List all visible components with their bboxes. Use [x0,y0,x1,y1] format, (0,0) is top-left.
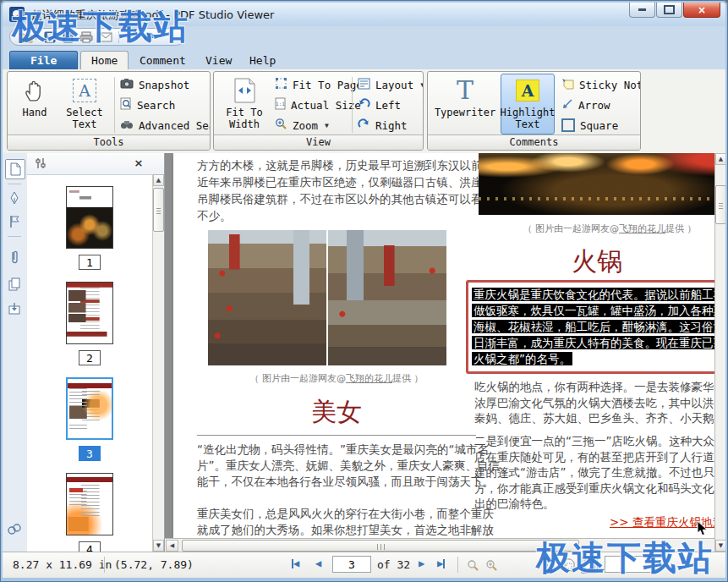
heading-rule [197,435,476,436]
print-icon[interactable] [79,31,93,43]
layout-button[interactable]: Layout ▼ [358,76,424,93]
scrollbar-thumb[interactable] [153,188,164,232]
zoom-out-icon[interactable] [464,557,481,574]
select-text-button[interactable]: A Select Text [58,74,111,135]
thumbnail-page-4[interactable] [66,473,113,535]
doc-text-line: 方，你才能真正感受到重庆火锅文化和码头文化相结合碰 [474,480,714,497]
document-area[interactable]: 方方的木楼，这就是吊脚楼，历史最早可追溯到东汉以前。 近年来吊脚楼已在重庆市区绝… [165,153,714,552]
tab-comment[interactable]: Comment [129,52,196,69]
horizontal-scrollbar[interactable]: ◀ [165,538,714,552]
caption-user-link[interactable]: 飞翔的花儿 [346,373,392,384]
window-title: 超详细的重庆旅游攻略.pdf - PDF Studio Viewer [31,8,274,23]
fit-to-width-button[interactable]: Fit To Width [221,74,268,135]
page-size-label: 8.27 x 11.69 in [13,558,112,571]
doc-text-line: 吊脚楼民俗建筑群，不过在市区以外的其他古镇还可以看到 [197,190,476,207]
next-page-button[interactable]: ▶ [419,557,424,569]
square-button[interactable]: Square [561,117,618,134]
bookmarks-panel-icon[interactable] [5,212,24,231]
building-photo-2 [328,230,446,365]
vertical-scrollbar[interactable]: ▲ ▼ [714,153,725,552]
cursor-coordinates-label: (5.72, 7.89) [114,558,194,571]
scroll-up-arrow[interactable]: ▲ [715,153,725,165]
thumbnail-item-2[interactable]: 2 [27,282,152,365]
actual-size-button[interactable]: 1:1 Actual Size [275,96,361,113]
close-button[interactable]: × [683,3,720,18]
search-button[interactable]: Search [120,96,175,113]
thumbnails-panel-icon[interactable] [5,159,25,179]
last-page-button[interactable]: ▶ [437,557,445,569]
typewriter-button[interactable]: T Typewriter [433,74,497,135]
rotate-right-label: Right [375,119,408,132]
actual-size-mode-icon[interactable] [581,557,598,574]
fit-to-page-button[interactable]: Fit To Page [275,76,363,93]
doc-text-line: 不少。 [197,207,476,224]
tab-home[interactable]: Home [80,51,129,69]
email-icon[interactable] [99,32,112,42]
first-page-button[interactable]: ◀ [292,557,299,569]
page-number-input[interactable] [332,556,371,573]
doc-text-line: 建的篷式“游击店”，做完了生意就撤。不过也只有在这些 [474,464,714,480]
scrollbar-thumb[interactable] [715,185,725,224]
thumbnail-item-1[interactable]: 1 [27,186,152,270]
section-heading-hotpot: 火锅 [466,244,714,279]
highlight-text-button[interactable]: A Highlight Text [501,74,555,135]
advanced-search-button[interactable]: Advanced Search [120,117,211,134]
app-logo-icon[interactable] [9,7,25,22]
previous-page-button[interactable]: ◀ [315,557,321,569]
status-separator [457,557,458,573]
export-panel-icon[interactable] [5,299,24,317]
thumbnail-page-3[interactable] [66,377,113,440]
snapshot-button[interactable]: Snapshot [120,76,189,93]
section-heading-beauty: 美女 [197,395,476,430]
highlight-annotation-box[interactable]: 重庆火锅是重庆饮食文化的代表。据说以前船工在江边升 做饭驱寒，炊具仅一瓦罐，罐中… [466,280,714,374]
panel-close-icon[interactable]: × [132,156,145,170]
pages-panel-icon[interactable] [5,275,24,294]
save-as-icon[interactable] [62,31,74,43]
tab-file[interactable]: File [9,51,78,69]
hand-tool-button[interactable]: Hand [13,74,57,135]
scroll-left-arrow[interactable]: ◀ [166,540,178,552]
fit-width-mode-icon[interactable] [540,557,557,574]
thumbnail-page-1[interactable] [66,186,113,249]
sticky-note-button[interactable]: Sticky Note [561,76,641,93]
save-icon[interactable] [44,31,56,43]
ribbon-group-comments: T Typewriter A Highlight Text Sticky Not… [427,71,641,151]
rotate-left-button[interactable]: Left [358,96,401,113]
scroll-down-arrow[interactable]: ▼ [153,540,164,552]
links-panel-icon[interactable] [5,520,24,539]
rotate-right-button[interactable]: Right [358,117,408,134]
view-group-label: View [214,135,423,150]
square-label: Square [580,119,618,132]
zoom-level-combobox[interactable] [605,556,654,573]
zoom-button[interactable]: Zoom ▼ [275,117,329,134]
undo-icon[interactable] [125,31,138,43]
thumbnail-page-2[interactable] [66,282,113,344]
doc-text-line: 能干，不仅在本地各行各业尽领风骚，而且敢于闯荡天下。 [197,474,476,490]
thumbnails-panel: × 1 2 [27,153,165,552]
redo-icon[interactable] [144,31,156,43]
doc-text-line: 浓厚巴渝文化气氛的火锅大酒楼去吃，其中以洪鼎·每人美 [474,395,714,411]
thumbnail-item-4[interactable]: 4 [27,473,152,552]
restore-button[interactable] [656,3,682,18]
scroll-down-arrow[interactable]: ▼ [715,540,725,552]
panel-options-icon[interactable] [34,156,47,173]
scroll-up-arrow[interactable]: ▲ [153,174,164,186]
attachments-panel-icon[interactable] [5,248,24,266]
signatures-panel-icon[interactable] [5,189,24,207]
strip-divider [8,236,21,237]
tab-help[interactable]: Help [239,52,286,69]
tab-view[interactable]: View [195,52,242,69]
thumbnails-scrollbar[interactable]: ▲ ▼ [152,174,164,552]
zoom-in-icon[interactable] [483,557,500,574]
search-doc-icon [120,97,132,113]
hand-label: Hand [23,107,47,118]
open-file-icon[interactable]: ▼ [19,31,38,43]
building-photo-1 [208,230,326,365]
fit-page-mode-icon[interactable] [561,557,577,574]
caption-user-link[interactable]: 飞翔的花儿 [619,223,665,234]
scrollbar-thumb[interactable] [182,540,579,552]
ribbon: Hand A Select Text Snapshot Search Advan… [3,69,725,154]
arrow-button[interactable]: Arrow [561,96,610,113]
minimize-button[interactable] [629,3,655,18]
thumbnail-item-3[interactable]: 3 [27,377,152,461]
